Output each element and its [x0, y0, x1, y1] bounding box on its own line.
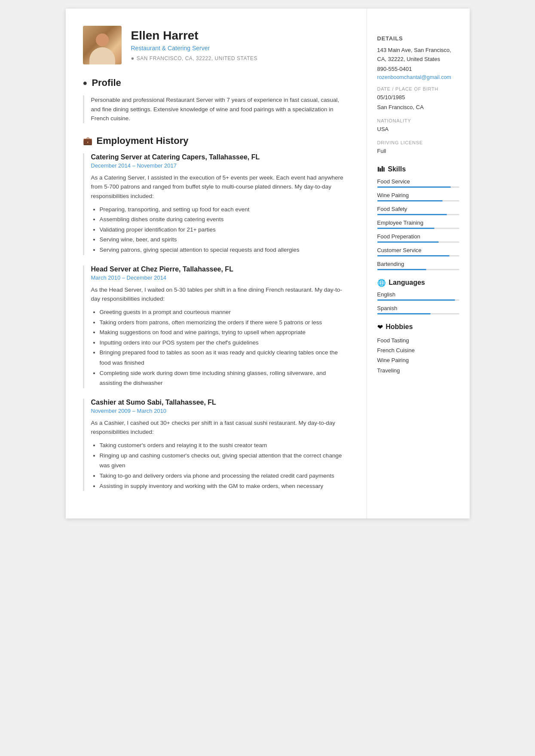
details-title: Details — [377, 35, 459, 42]
profile-heading: ● Profile — [83, 77, 349, 88]
employment-icon: 💼 — [83, 136, 92, 146]
main-column: Ellen Harret Restaurant & Catering Serve… — [66, 9, 367, 518]
skill-item: Customer Service — [377, 247, 459, 256]
skill-name: Employee Training — [377, 219, 459, 226]
skill-item: Food Service — [377, 178, 459, 188]
job-bullets: Greeting guests in a prompt and courteou… — [91, 307, 349, 388]
header-section: Ellen Harret Restaurant & Catering Serve… — [83, 26, 349, 64]
bullet-item: Preparing, transporting, and setting up … — [100, 204, 349, 215]
job-title-text: Head Server at Chez Pierre, Tallahassee,… — [91, 265, 349, 273]
languages-list: EnglishSpanish — [377, 291, 459, 314]
location-text: SAN FRANCISCO, CA, 32222, UNITED STATES — [137, 55, 257, 61]
skill-name: Food Safety — [377, 206, 459, 212]
profile-title: Profile — [92, 77, 121, 88]
bullet-item: Assembling dishes onsite during catering… — [100, 214, 349, 225]
hobby-item: Wine Pairing — [377, 355, 459, 365]
skill-bar-bg — [377, 214, 459, 215]
bullet-item: Taking to-go and delivery orders via pho… — [100, 471, 349, 481]
language-bar-fill — [377, 299, 455, 301]
language-bar-bg — [377, 313, 459, 314]
bullet-item: Validating proper identification for 21+… — [100, 225, 349, 235]
sidebar: Details 143 Main Ave, San Francisco, CA,… — [367, 9, 470, 518]
job-description: As the Head Server, I waited on 5-30 tab… — [91, 285, 349, 304]
address: 143 Main Ave, San Francisco, CA, 32222, … — [377, 46, 459, 64]
profile-icon: ● — [83, 79, 88, 88]
skill-item: Food Preperation — [377, 233, 459, 243]
job-entry: Head Server at Chez Pierre, Tallahassee,… — [83, 265, 349, 388]
language-name: English — [377, 291, 459, 298]
skill-name: Customer Service — [377, 247, 459, 253]
skill-item: Food Safety — [377, 206, 459, 215]
language-bar-bg — [377, 299, 459, 301]
job-dates: November 2009 – March 2010 — [91, 408, 349, 414]
bullet-item: Ringing up and cashing customer's checks… — [100, 451, 349, 471]
job-description: As a Catering Server, I assisted in the … — [91, 173, 349, 201]
job-bullets: Taking customer's orders and relaying it… — [91, 440, 349, 491]
profile-text: Personable and professional Restaurant S… — [91, 95, 349, 123]
driving-label: DRIVING LICENSE — [377, 140, 459, 145]
hobby-item: Traveling — [377, 366, 459, 375]
svg-rect-3 — [383, 167, 385, 171]
job-dates: March 2010 – December 2014 — [91, 274, 349, 281]
location-icon: ● — [131, 55, 135, 61]
job-title: Restaurant & Catering Server — [131, 45, 257, 52]
skill-bar-fill — [377, 255, 449, 256]
hobbies-icon: ❤ — [377, 323, 383, 331]
header-info: Ellen Harret Restaurant & Catering Serve… — [131, 29, 257, 61]
skill-item: Wine Pairing — [377, 192, 459, 201]
hobbies-list: Food TastingFrench CuisineWine PairingTr… — [377, 335, 459, 376]
svg-rect-1 — [379, 168, 381, 171]
resume-container: Ellen Harret Restaurant & Catering Serve… — [66, 9, 470, 518]
skill-name: Food Preperation — [377, 233, 459, 240]
skill-bar-fill — [377, 200, 443, 201]
job-bullets: Preparing, transporting, and setting up … — [91, 204, 349, 255]
bullet-item: Inputting orders into our POS system per… — [100, 338, 349, 348]
skill-bar-fill — [377, 241, 439, 243]
skill-bar-bg — [377, 241, 459, 243]
skills-icon — [377, 165, 385, 173]
employment-heading: 💼 Employment History — [83, 135, 349, 146]
bullet-item: Making suggestions on food and wine pair… — [100, 327, 349, 338]
bullet-item: Serving wine, beer, and spirits — [100, 235, 349, 245]
skill-name: Food Service — [377, 178, 459, 185]
skills-list: Food ServiceWine PairingFood SafetyEmplo… — [377, 178, 459, 270]
skill-bar-bg — [377, 269, 459, 270]
bullet-item: Bringing prepared food to tables as soon… — [100, 348, 349, 368]
email: rozenboomchantal@gmail.com — [377, 74, 459, 80]
skill-bar-fill — [377, 214, 447, 215]
employment-list: Catering Server at Catering Capers, Tall… — [83, 153, 349, 491]
dob-place: San Francisco, CA — [377, 103, 459, 112]
phone: 890-555-0401 — [377, 65, 459, 74]
skill-name: Wine Pairing — [377, 192, 459, 198]
skill-bar-bg — [377, 228, 459, 229]
avatar — [83, 26, 122, 64]
hobby-item: French Cuisine — [377, 345, 459, 355]
driving: Full — [377, 147, 459, 156]
job-entry: Catering Server at Catering Capers, Tall… — [83, 153, 349, 255]
profile-block: Personable and professional Restaurant S… — [83, 95, 349, 123]
bullet-item: Assisting in supply inventory and workin… — [100, 481, 349, 491]
skills-heading: Skills — [377, 165, 459, 173]
bullet-item: Greeting guests in a prompt and courteou… — [100, 307, 349, 317]
skill-bar-bg — [377, 186, 459, 188]
location: ● SAN FRANCISCO, CA, 32222, UNITED STATE… — [131, 55, 257, 61]
bullet-item: Completing side work during down time in… — [100, 368, 349, 388]
skill-bar-fill — [377, 186, 451, 188]
job-description: As a Cashier, I cashed out 30+ checks pe… — [91, 418, 349, 437]
svg-rect-0 — [377, 167, 379, 171]
skill-bar-fill — [377, 228, 435, 229]
hobbies-heading: ❤ Hobbies — [377, 323, 459, 331]
bullet-item: Taking customer's orders and relaying it… — [100, 440, 349, 451]
svg-rect-2 — [381, 166, 383, 171]
dob: 05/10/1985 — [377, 93, 459, 102]
job-dates: December 2014 – November 2017 — [91, 162, 349, 169]
language-bar-fill — [377, 313, 431, 314]
nationality-label: NATIONALITY — [377, 118, 459, 123]
skill-item: Employee Training — [377, 219, 459, 229]
job-entry: Cashier at Sumo Sabi, Tallahassee, FLNov… — [83, 399, 349, 491]
bullet-item: Serving patrons, giving special attentio… — [100, 245, 349, 255]
hobby-item: Food Tasting — [377, 335, 459, 345]
job-title-text: Catering Server at Catering Capers, Tall… — [91, 153, 349, 161]
candidate-name: Ellen Harret — [131, 29, 257, 43]
skill-bar-bg — [377, 255, 459, 256]
